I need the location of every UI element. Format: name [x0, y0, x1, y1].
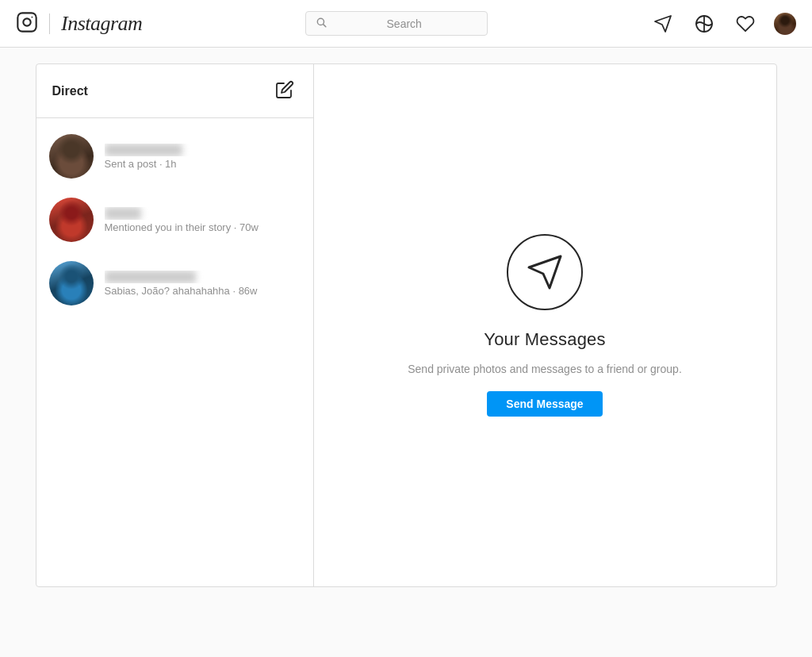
svg-marker-5: [655, 16, 671, 32]
send-message-button[interactable]: Send Message: [487, 391, 602, 417]
messages-icon-circle: [507, 234, 583, 310]
messages-title: Your Messages: [484, 329, 605, 350]
compose-button[interactable]: [272, 77, 297, 105]
nav-icons: [650, 11, 796, 36]
svg-marker-8: [529, 256, 561, 288]
avatar: [49, 261, 94, 305]
direct-messages-button[interactable]: [650, 11, 676, 36]
search-icon: [316, 17, 327, 30]
profile-avatar[interactable]: [774, 13, 796, 35]
direct-header: Direct: [36, 64, 313, 118]
main-wrapper: Direct username_one Sent a: [0, 0, 812, 587]
svg-point-1: [23, 18, 30, 25]
nav-divider: [49, 13, 50, 34]
conversation-name: S_user: [105, 207, 301, 220]
avatar: [49, 134, 94, 179]
conversation-list: username_one Sent a post · 1h S_user Men…: [36, 118, 313, 321]
conversation-name: user_three_name: [105, 271, 301, 283]
conversation-item[interactable]: username_one Sent a post · 1h: [36, 125, 313, 188]
instagram-logo-icon: [16, 11, 38, 36]
conversation-meta: user_three_name Sabias, João? ahahahahha…: [105, 271, 301, 297]
conversation-preview: Mentioned you in their story · 70w: [105, 221, 301, 233]
nav-left: Instagram: [16, 11, 142, 36]
direct-title: Direct: [52, 84, 88, 98]
search-input[interactable]: [331, 17, 477, 30]
main-container: Direct username_one Sent a: [36, 63, 777, 587]
brand-name: Instagram: [61, 12, 142, 36]
conversation-preview: Sabias, João? ahahahahha · 86w: [105, 285, 301, 297]
messages-subtitle: Send private photos and messages to a fr…: [408, 363, 682, 375]
avatar: [49, 198, 94, 242]
conversation-meta: S_user Mentioned you in their story · 70…: [105, 207, 301, 233]
search-bar[interactable]: [305, 11, 488, 36]
right-panel: Your Messages Send private photos and me…: [314, 64, 776, 586]
paper-plane-icon: [526, 253, 564, 291]
activity-button[interactable]: [733, 11, 758, 36]
conversation-preview: Sent a post · 1h: [105, 158, 301, 170]
conversation-item[interactable]: S_user Mentioned you in their story · 70…: [36, 188, 313, 252]
explore-button[interactable]: [691, 11, 717, 36]
svg-point-2: [31, 16, 33, 17]
top-nav: Instagram: [0, 0, 812, 48]
left-panel: Direct username_one Sent a: [36, 64, 314, 586]
svg-line-4: [323, 25, 325, 27]
conversation-item[interactable]: user_three_name Sabias, João? ahahahahha…: [36, 252, 313, 315]
conversation-name: username_one: [105, 144, 301, 156]
conversation-meta: username_one Sent a post · 1h: [105, 144, 301, 170]
svg-rect-0: [17, 13, 36, 31]
